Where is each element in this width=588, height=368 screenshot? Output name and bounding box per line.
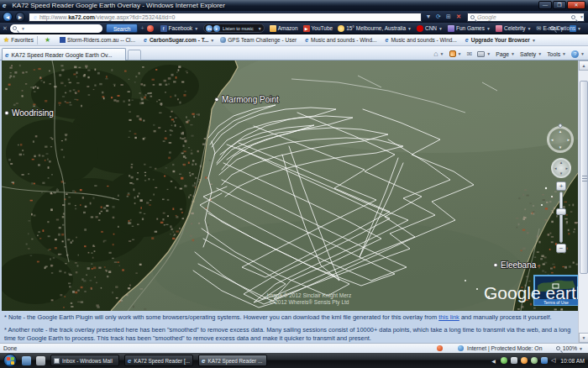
amazon-link[interactable]: Amazon: [270, 25, 298, 32]
browser-viewport: WoodrisingMarmong PointEleebana Image © …: [0, 60, 588, 353]
favorites-button[interactable]: Favorites: [11, 37, 34, 43]
status-bar: Done Internet | Protected Mode: On 100% …: [0, 343, 588, 353]
music-prev-icon[interactable]: ◂◂: [206, 25, 213, 32]
safety-menu[interactable]: Safety▼: [520, 51, 542, 57]
close-button[interactable]: ✕: [567, 1, 585, 9]
music-player-widget[interactable]: ◂◂ ▸ Listen to music ▼: [203, 24, 265, 33]
north-bead-icon[interactable]: [559, 124, 563, 128]
back-button[interactable]: ◄: [3, 12, 13, 22]
zoom-level: 100%: [563, 345, 577, 351]
address-dropdown-button[interactable]: ▼: [423, 13, 433, 22]
favorite-item-music-1[interactable]: e Music and sounds - Wind...: [302, 37, 376, 43]
minimize-button[interactable]: —: [538, 1, 552, 9]
weather-sun-icon: [338, 25, 344, 32]
zoom-slider-handle[interactable]: [556, 208, 566, 215]
home-menu[interactable]: ⌂▼: [433, 50, 444, 58]
read-mail-button[interactable]: ✉: [467, 50, 473, 58]
toolbar-search-button[interactable]: Search: [106, 24, 139, 33]
compatibility-view-button[interactable]: ⊞: [444, 13, 454, 22]
google-earth-map[interactable]: WoodrisingMarmong PointEleebana Image © …: [2, 60, 578, 311]
tray-grey-icon[interactable]: [511, 357, 517, 364]
help-icon: ?: [571, 50, 579, 58]
cnn-menu[interactable]: CNN▼: [417, 25, 443, 32]
help-menu[interactable]: ?▼: [571, 50, 585, 58]
look-joystick[interactable]: ▴▾◂▸: [547, 126, 574, 153]
copyright-line-1: Image © 2012 Sinclair Knight Merz: [267, 292, 352, 299]
favorite-item-carbonsugar[interactable]: e CarbonSugar.com - T...▼: [141, 37, 214, 43]
zoom-in-button[interactable]: +: [556, 181, 566, 191]
toolbar-divider-icon: +: [140, 25, 144, 31]
taskbar-button-ka72-1[interactable]: e KA72 Speed Reader [...: [124, 355, 193, 366]
move-joystick[interactable]: ▴▾◂▸: [551, 158, 571, 178]
favorite-item-gps-team-challenge[interactable]: GPS Team Challenge - User: [220, 37, 297, 43]
app-red-icon[interactable]: [147, 25, 154, 32]
favorite-item-storm-riders[interactable]: Storm-Riders.com.au -- Cl...: [60, 37, 135, 43]
refresh-button[interactable]: ⟳: [433, 13, 444, 22]
note-2: * Another note - the track overlay prese…: [4, 326, 574, 343]
fun-games-menu[interactable]: Fun Games▼: [448, 25, 491, 32]
zoom-out-button[interactable]: −: [556, 244, 566, 253]
tab-ka72[interactable]: e KA72 Speed Reader Google Earth Ov...: [2, 48, 126, 60]
scrollbar-thumb[interactable]: [580, 81, 588, 274]
address-input[interactable]: e http://www.ka72.com/viewge.aspx?fid=25…: [29, 13, 422, 22]
start-button[interactable]: [3, 354, 17, 367]
celebrity-menu[interactable]: Celebrity▼: [496, 25, 532, 32]
favorites-star-icon: ★: [3, 36, 9, 44]
search-placeholder: Google: [477, 14, 496, 20]
taskbar-button-mail[interactable]: Inbox - Windows Mail: [50, 355, 119, 366]
url-prefix: http://www.: [39, 14, 68, 20]
weather-menu[interactable]: 15° Melbourne, Australia▼: [338, 25, 412, 32]
home-icon: ⌂: [433, 50, 438, 58]
quick-launch-explorer-icon[interactable]: [36, 356, 45, 365]
stop-button[interactable]: ✕: [454, 13, 464, 22]
music-caret[interactable]: ▼: [258, 26, 262, 31]
forward-button[interactable]: ►: [15, 12, 25, 22]
fun-games-icon: [448, 25, 454, 32]
music-label: Listen to music: [223, 26, 254, 31]
celebrity-icon: [496, 25, 502, 32]
add-favorite-icon[interactable]: ★: [45, 36, 50, 44]
page-menu[interactable]: Page▼: [496, 51, 515, 57]
volume-icon[interactable]: ◁: [551, 357, 555, 364]
search-options-caret[interactable]: ▼: [580, 14, 584, 19]
youtube-link[interactable]: ▶ YouTube: [303, 25, 333, 32]
ie-logo-icon: e: [3, 2, 6, 9]
toolbar-close-icon[interactable]: ✕: [3, 25, 8, 32]
google-earth-logo: Google earth: [484, 283, 578, 302]
search-go-icon[interactable]: [571, 15, 575, 19]
taskbar-button-ka72-2-active[interactable]: e KA72 Speed Reader ...: [198, 355, 267, 366]
zoom-slider-track[interactable]: [559, 192, 563, 243]
tray-status-icon[interactable]: [531, 357, 538, 364]
restore-button[interactable]: ❐: [553, 1, 566, 9]
tray-green-icon[interactable]: [501, 357, 507, 364]
page-scrollbar[interactable]: ▲ ▼: [578, 60, 588, 343]
internet-zone-icon: [458, 345, 464, 351]
scroll-up-button[interactable]: ▲: [579, 60, 588, 71]
tray-expand-icon[interactable]: ◀: [491, 358, 496, 364]
feeds-menu[interactable]: ▼: [449, 50, 462, 57]
toolbar-search-input[interactable]: ▼: [10, 24, 102, 33]
print-menu[interactable]: ▼: [477, 51, 491, 57]
options-icon: [550, 26, 554, 30]
facebook-menu[interactable]: f Facebook▼: [160, 25, 199, 32]
tray-mcafee-icon[interactable]: [521, 357, 528, 364]
quick-launch-desktop-icon[interactable]: [22, 356, 31, 365]
search-box[interactable]: Google ▼: [467, 13, 585, 22]
tools-menu[interactable]: Tools▼: [547, 51, 566, 57]
status-alert-icon[interactable]: [437, 345, 443, 351]
gps-globe-icon: [220, 37, 226, 43]
scroll-down-button[interactable]: ▼: [579, 333, 588, 343]
music-play-icon[interactable]: ▸: [213, 25, 220, 32]
favorite-item-upgrade-browser[interactable]: e Upgrade Your Browser▼: [463, 37, 536, 43]
url-path: /viewge.aspx?fid=25324&tid=0: [95, 14, 175, 20]
zoom-control[interactable]: 100% ▼: [554, 345, 583, 351]
ie-favicon: e: [305, 37, 308, 43]
toolbar-options-menu[interactable]: Options▼: [548, 25, 581, 31]
ie-favicon: e: [385, 37, 388, 43]
favorite-item-music-2[interactable]: e Music and sounds - Wind...: [382, 37, 456, 43]
toolbar-search-icon: [13, 26, 17, 30]
new-tab-button[interactable]: [128, 50, 141, 60]
network-icon[interactable]: [541, 357, 548, 364]
accessory-toolbar: ✕ ▼ Search + f Facebook▼ ◂◂ ▸ Listen to …: [0, 23, 588, 34]
kml-download-link[interactable]: this link: [438, 313, 459, 321]
